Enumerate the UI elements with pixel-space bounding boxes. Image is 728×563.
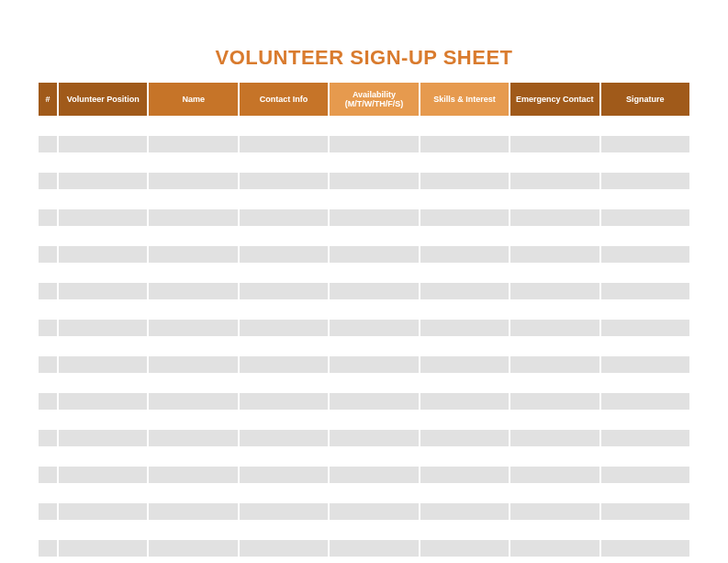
table-cell[interactable] [149, 265, 237, 281]
table-cell[interactable] [240, 301, 328, 318]
table-cell[interactable] [420, 209, 509, 226]
table-cell[interactable] [601, 411, 689, 428]
table-cell[interactable] [39, 467, 57, 483]
table-cell[interactable] [330, 136, 418, 152]
table-cell[interactable] [510, 467, 599, 483]
table-cell[interactable] [420, 485, 509, 501]
table-cell[interactable] [330, 118, 418, 134]
table-cell[interactable] [330, 540, 418, 557]
table-cell[interactable] [39, 191, 57, 208]
table-cell[interactable] [149, 136, 237, 152]
table-cell[interactable] [330, 246, 418, 263]
table-cell[interactable] [39, 154, 57, 171]
table-cell[interactable] [39, 301, 57, 318]
table-cell[interactable] [149, 283, 237, 299]
table-cell[interactable] [149, 467, 237, 483]
table-cell[interactable] [39, 118, 57, 134]
table-cell[interactable] [59, 320, 147, 336]
table-cell[interactable] [601, 265, 689, 281]
table-cell[interactable] [39, 411, 57, 428]
table-cell[interactable] [240, 118, 328, 134]
table-cell[interactable] [59, 283, 147, 299]
table-cell[interactable] [601, 430, 689, 446]
table-cell[interactable] [59, 191, 147, 208]
table-cell[interactable] [601, 228, 689, 244]
table-cell[interactable] [510, 540, 599, 557]
table-cell[interactable] [149, 154, 237, 171]
table-cell[interactable] [39, 485, 57, 501]
table-cell[interactable] [510, 136, 599, 152]
table-cell[interactable] [420, 136, 509, 152]
table-cell[interactable] [601, 118, 689, 134]
table-cell[interactable] [149, 301, 237, 318]
table-cell[interactable] [240, 228, 328, 244]
table-cell[interactable] [149, 173, 237, 189]
table-cell[interactable] [420, 448, 509, 465]
table-cell[interactable] [240, 320, 328, 336]
table-cell[interactable] [330, 522, 418, 538]
table-cell[interactable] [601, 320, 689, 336]
table-cell[interactable] [510, 338, 599, 355]
table-cell[interactable] [601, 522, 689, 538]
table-cell[interactable] [39, 320, 57, 336]
table-cell[interactable] [149, 356, 237, 373]
table-cell[interactable] [149, 448, 237, 465]
table-cell[interactable] [420, 393, 509, 410]
table-cell[interactable] [59, 430, 147, 446]
table-cell[interactable] [240, 154, 328, 171]
table-cell[interactable] [420, 375, 509, 391]
table-cell[interactable] [601, 356, 689, 373]
table-cell[interactable] [240, 448, 328, 465]
table-cell[interactable] [59, 154, 147, 171]
table-cell[interactable] [420, 283, 509, 299]
table-cell[interactable] [510, 393, 599, 410]
table-cell[interactable] [149, 485, 237, 501]
table-cell[interactable] [510, 375, 599, 391]
table-cell[interactable] [39, 246, 57, 263]
table-cell[interactable] [330, 209, 418, 226]
table-cell[interactable] [330, 228, 418, 244]
table-cell[interactable] [59, 246, 147, 263]
table-cell[interactable] [240, 173, 328, 189]
table-cell[interactable] [59, 485, 147, 501]
table-cell[interactable] [149, 540, 237, 557]
table-cell[interactable] [420, 356, 509, 373]
table-cell[interactable] [601, 191, 689, 208]
table-cell[interactable] [240, 209, 328, 226]
table-cell[interactable] [510, 485, 599, 501]
table-cell[interactable] [420, 246, 509, 263]
table-cell[interactable] [510, 191, 599, 208]
table-cell[interactable] [39, 356, 57, 373]
table-cell[interactable] [420, 430, 509, 446]
table-cell[interactable] [330, 173, 418, 189]
table-cell[interactable] [510, 118, 599, 134]
table-cell[interactable] [601, 338, 689, 355]
table-cell[interactable] [240, 503, 328, 520]
table-cell[interactable] [240, 467, 328, 483]
table-cell[interactable] [330, 356, 418, 373]
table-cell[interactable] [240, 375, 328, 391]
table-cell[interactable] [149, 118, 237, 134]
table-cell[interactable] [39, 522, 57, 538]
table-cell[interactable] [601, 448, 689, 465]
table-cell[interactable] [39, 228, 57, 244]
table-cell[interactable] [601, 301, 689, 318]
table-cell[interactable] [601, 393, 689, 410]
table-cell[interactable] [601, 136, 689, 152]
table-cell[interactable] [601, 209, 689, 226]
table-cell[interactable] [510, 209, 599, 226]
table-cell[interactable] [39, 136, 57, 152]
table-cell[interactable] [420, 301, 509, 318]
table-cell[interactable] [59, 228, 147, 244]
table-cell[interactable] [510, 448, 599, 465]
table-cell[interactable] [330, 467, 418, 483]
table-cell[interactable] [59, 393, 147, 410]
table-cell[interactable] [149, 393, 237, 410]
table-cell[interactable] [330, 503, 418, 520]
table-cell[interactable] [39, 209, 57, 226]
table-cell[interactable] [149, 246, 237, 263]
table-cell[interactable] [240, 356, 328, 373]
table-cell[interactable] [59, 209, 147, 226]
table-cell[interactable] [420, 522, 509, 538]
table-cell[interactable] [420, 320, 509, 336]
